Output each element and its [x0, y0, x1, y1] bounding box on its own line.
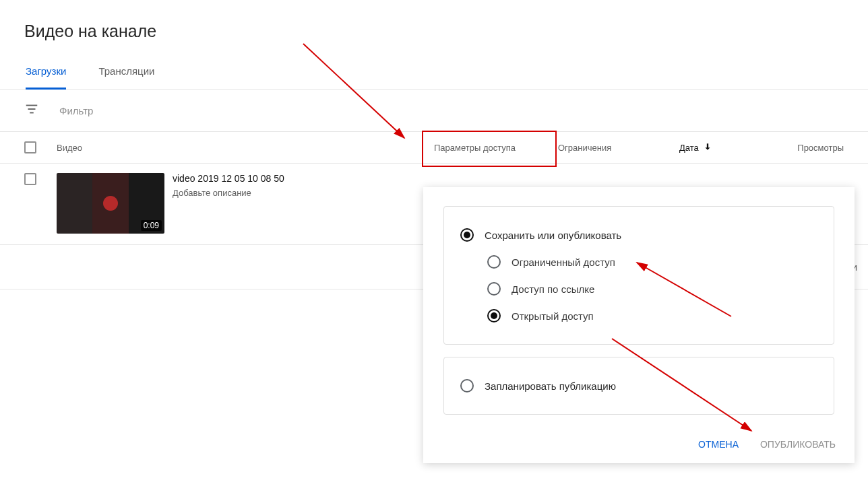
- col-video-header[interactable]: Видео: [57, 143, 434, 153]
- header-checkbox[interactable]: [24, 141, 36, 153]
- video-duration: 0:09: [141, 220, 162, 231]
- svg-rect-2: [30, 112, 34, 114]
- filter-icon[interactable]: [24, 102, 39, 119]
- row-checkbox[interactable]: [24, 173, 36, 185]
- option-public[interactable]: Открытый доступ: [460, 302, 817, 329]
- table-header: Видео Параметры доступа Ограничения Дата…: [0, 131, 868, 164]
- option-schedule[interactable]: Запланировать публикацию: [460, 372, 817, 399]
- option-public-label: Открытый доступ: [512, 310, 594, 322]
- filter-row: [0, 90, 868, 131]
- radio-icon: [487, 282, 501, 296]
- option-private-label: Ограниченный доступ: [512, 256, 615, 268]
- option-private[interactable]: Ограниченный доступ: [460, 248, 817, 275]
- visibility-popup[interactable]: Сохранить или опубликовать Ограниченный …: [423, 187, 855, 463]
- col-access-header[interactable]: Параметры доступа: [434, 143, 558, 153]
- tab-live[interactable]: Трансляции: [98, 60, 154, 89]
- svg-rect-1: [28, 108, 36, 110]
- video-desc[interactable]: Добавьте описание: [173, 188, 284, 198]
- radio-group-publish-label: Сохранить или опубликовать: [485, 230, 621, 241]
- popup-section-publish: Сохранить или опубликовать Ограниченный …: [443, 206, 834, 345]
- page-title: Видео на канале: [0, 0, 868, 41]
- tabs: Загрузки Трансляции: [0, 41, 868, 90]
- radio-icon: [460, 228, 474, 242]
- video-title[interactable]: video 2019 12 05 10 08 50: [173, 173, 284, 184]
- cancel-button[interactable]: ОТМЕНА: [698, 439, 739, 450]
- tab-uploads[interactable]: Загрузки: [26, 60, 66, 90]
- col-views-header[interactable]: Просмотры: [794, 143, 844, 153]
- option-schedule-label: Запланировать публикацию: [485, 380, 616, 392]
- option-link[interactable]: Доступ по ссылке: [460, 275, 817, 302]
- col-date-header[interactable]: Дата: [679, 142, 794, 153]
- video-thumbnail[interactable]: 0:09: [57, 173, 164, 234]
- radio-icon: [487, 309, 501, 322]
- col-access-label: Параметры доступа: [434, 143, 516, 153]
- svg-rect-0: [26, 105, 38, 106]
- radio-icon: [460, 379, 474, 392]
- popup-section-schedule: Запланировать публикацию: [443, 357, 834, 415]
- col-date-label: Дата: [679, 143, 699, 153]
- arrow-down-icon: [703, 142, 712, 153]
- radio-group-publish[interactable]: Сохранить или опубликовать: [460, 221, 817, 248]
- filter-input[interactable]: [59, 105, 844, 116]
- col-restrict-header[interactable]: Ограничения: [558, 143, 679, 153]
- popup-actions: ОТМЕНА ОПУБЛИКОВАТЬ: [423, 427, 855, 463]
- publish-button[interactable]: ОПУБЛИКОВАТЬ: [760, 439, 836, 450]
- option-link-label: Доступ по ссылке: [512, 283, 594, 295]
- radio-icon: [487, 255, 501, 269]
